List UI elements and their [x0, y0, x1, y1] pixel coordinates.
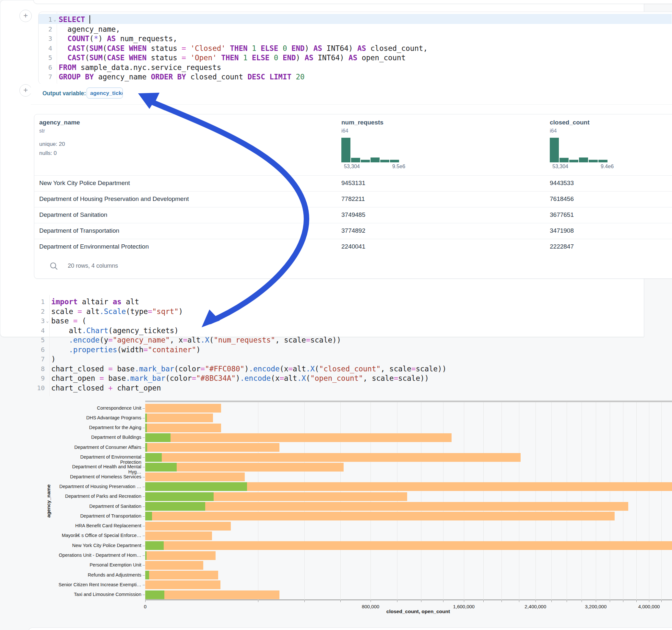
closed-count-bar[interactable] — [145, 404, 221, 413]
code-line[interactable]: 2scale = alt.Scale(type="sqrt") — [28, 307, 671, 316]
histogram-min-label: 53,304 — [552, 164, 568, 169]
line-number: 3 — [34, 316, 45, 326]
code-line[interactable]: 1⌄SELECT — [39, 15, 672, 24]
code-line[interactable]: 5 CAST(SUM(CASE WHEN status = 'Open' THE… — [39, 53, 672, 63]
code-line[interactable]: 3 COUNT(*) AS num_requests, — [39, 34, 672, 43]
closed-count-bar[interactable] — [145, 413, 213, 422]
open-count-bar[interactable] — [145, 423, 147, 432]
open-count-bar[interactable] — [145, 541, 164, 550]
open-count-bar[interactable] — [145, 571, 149, 579]
table-cell: 3471908 — [550, 227, 574, 234]
table-row[interactable]: Department of Environmental Protection22… — [34, 239, 672, 255]
closed-count-bar[interactable] — [145, 443, 280, 452]
y-axis-tick — [143, 516, 145, 516]
column-header[interactable]: closed_count — [550, 119, 589, 126]
y-axis-label: Department of Transportation — [58, 513, 141, 518]
table-cell: 3749485 — [341, 211, 365, 218]
code-line[interactable]: 2 agency_name, — [39, 24, 672, 34]
y-axis-label: New York City Police Department — [58, 543, 141, 548]
fold-chevron-icon[interactable]: ⌄ — [46, 316, 49, 326]
y-axis-tick — [143, 496, 145, 497]
code-text: FROM sample_data.nyc.service_requests — [59, 63, 221, 72]
table-cell: Department of Sanitation — [39, 211, 107, 218]
y-axis-tick — [143, 408, 145, 409]
gridline — [464, 402, 464, 600]
open-count-bar[interactable] — [145, 413, 147, 422]
code-line[interactable]: 9chart_open = base.mark_bar(color="#8BC3… — [28, 373, 671, 383]
x-axis-tick-label: 2,400,000 — [525, 604, 546, 609]
table-row[interactable]: Department of Sanitation37494853677651 — [34, 207, 672, 223]
line-number: 6 — [34, 345, 45, 355]
histogram-bar — [579, 158, 588, 162]
table-cell: 3677651 — [550, 211, 574, 218]
code-text: SELECT — [59, 15, 90, 24]
closed-count-bar[interactable] — [145, 532, 212, 540]
search-icon[interactable] — [50, 262, 58, 270]
column-header[interactable]: agency_name — [39, 119, 80, 126]
open-count-bar[interactable] — [145, 443, 147, 452]
table-row[interactable]: Department of Transportation377489234719… — [34, 223, 672, 239]
sql-code-editor[interactable]: 1⌄SELECT 2 agency_name,3 COUNT(*) AS num… — [38, 12, 672, 84]
code-text: .properties(width="container") — [51, 345, 201, 355]
previous-cell-edge — [33, 0, 672, 4]
gridline — [421, 402, 422, 600]
closed-count-bar[interactable] — [145, 580, 220, 589]
closed-count-bar[interactable] — [145, 512, 615, 520]
closed-count-bar[interactable] — [145, 541, 672, 550]
code-line[interactable]: 7GROUP BY agency_name ORDER BY closed_co… — [39, 72, 672, 82]
table-footer: 20 rows, 4 columns — [34, 255, 672, 278]
code-text: CAST(SUM(CASE WHEN status = 'Closed' THE… — [59, 43, 428, 53]
add-cell-button[interactable]: + — [20, 10, 32, 22]
gridline — [551, 402, 552, 600]
closed-count-bar[interactable] — [145, 590, 280, 599]
notebook-page: + + 1⌄SELECT 2 agency_name,3 COUNT(*) AS… — [0, 0, 672, 630]
open-count-bar[interactable] — [145, 453, 162, 462]
line-number: 3 — [41, 34, 52, 43]
code-line[interactable]: 10chart_closed + chart_open — [28, 383, 671, 393]
open-count-bar[interactable] — [145, 482, 247, 491]
closed-count-bar[interactable] — [145, 551, 216, 560]
y-axis-tick — [143, 595, 145, 595]
open-count-bar[interactable] — [145, 433, 170, 442]
closed-count-bar[interactable] — [145, 423, 221, 432]
code-line[interactable]: 7) — [28, 354, 671, 364]
code-line[interactable]: 1import altair as alt — [28, 297, 671, 307]
closed-count-bar[interactable] — [145, 502, 628, 511]
gridline — [258, 402, 258, 600]
add-cell-button[interactable]: + — [20, 84, 32, 97]
open-count-bar[interactable] — [145, 590, 164, 599]
open-count-bar[interactable] — [145, 502, 205, 511]
closed-count-bar[interactable] — [145, 472, 245, 481]
code-line[interactable]: 3⌄base = ( — [28, 316, 671, 326]
column-stat: unique: 20 — [39, 141, 65, 147]
column-header[interactable]: num_requests — [341, 119, 383, 126]
open-count-bar[interactable] — [145, 492, 214, 501]
column-stat: nulls: 0 — [39, 150, 57, 156]
output-variable-badge[interactable]: agency_tickets — [87, 88, 123, 98]
x-axis-tick — [661, 600, 662, 602]
python-code-editor[interactable]: 1import altair as alt2scale = alt.Scale(… — [28, 292, 672, 398]
code-line[interactable]: 4 alt.Chart(agency_tickets) — [28, 326, 671, 335]
closed-count-bar[interactable] — [145, 561, 203, 570]
open-count-bar[interactable] — [145, 512, 152, 520]
closed-count-bar[interactable] — [145, 571, 218, 579]
closed-count-bar[interactable] — [145, 522, 231, 531]
code-line[interactable]: 5 .encode(y="agency_name", x=alt.X("num_… — [28, 335, 671, 345]
closed-count-bar[interactable] — [145, 453, 521, 462]
code-line[interactable]: 6 .properties(width="container") — [28, 345, 671, 355]
gridline — [519, 402, 519, 600]
code-line[interactable]: 6FROM sample_data.nyc.service_requests — [39, 63, 672, 72]
y-axis-tick — [143, 437, 145, 438]
table-row[interactable]: New York City Police Department945313194… — [34, 175, 672, 192]
open-count-bar[interactable] — [145, 551, 146, 560]
table-row[interactable]: Department of Housing Preservation and D… — [34, 191, 672, 208]
y-axis-label: Department of Housing Preservation … — [58, 484, 141, 489]
closed-count-bar[interactable] — [145, 433, 452, 442]
open-count-bar[interactable] — [145, 463, 177, 471]
fold-chevron-icon[interactable]: ⌄ — [53, 15, 56, 24]
code-text: base = ( — [51, 316, 86, 326]
chart-scrollbar[interactable] — [145, 401, 672, 402]
gridline — [649, 402, 649, 600]
code-line[interactable]: 4 CAST(SUM(CASE WHEN status = 'Closed' T… — [39, 43, 672, 53]
code-line[interactable]: 8chart_closed = base.mark_bar(color="#FF… — [28, 364, 671, 374]
